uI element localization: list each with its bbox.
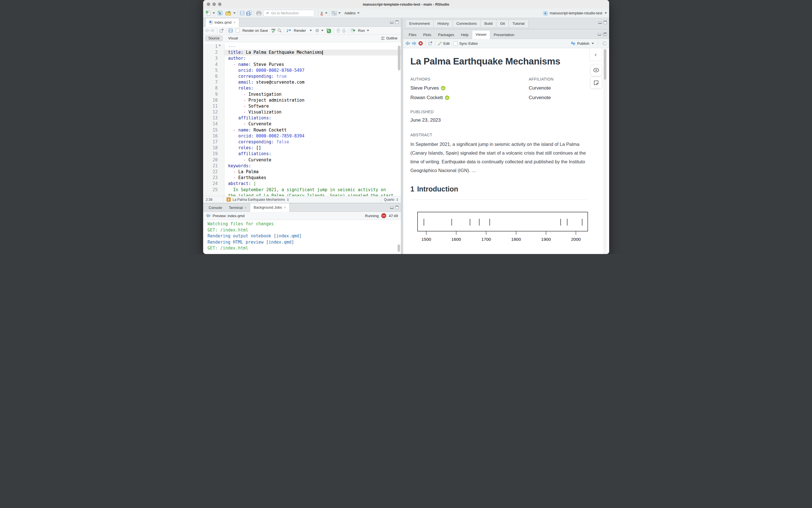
close-tab-icon[interactable]: × [245, 206, 247, 210]
code-line[interactable]: 2title: La Palma Earthquake Mechanisms [203, 50, 401, 55]
new-file-button[interactable] [205, 10, 215, 16]
sync-editor-checkbox[interactable] [453, 41, 457, 46]
refresh-icon[interactable] [602, 41, 607, 46]
annotations-button[interactable] [590, 77, 602, 89]
code-line[interactable]: 22 - La Palma [203, 169, 401, 175]
tab-console[interactable]: Console [205, 204, 226, 211]
code-line[interactable]: 10 - Project administration [203, 97, 401, 103]
zoom-window-button[interactable] [218, 3, 221, 6]
tab-environment[interactable]: Environment [405, 19, 434, 28]
tab-viewer[interactable]: Viewer [472, 30, 490, 39]
open-file-button[interactable] [226, 11, 236, 16]
project-caret[interactable] [605, 12, 607, 14]
clear-viewer-icon[interactable] [418, 41, 423, 46]
run-caret[interactable] [367, 30, 369, 31]
tab-git[interactable]: Git [496, 19, 509, 28]
go-up-icon[interactable] [336, 29, 340, 33]
spellcheck-icon[interactable]: ABC [271, 28, 276, 33]
tab-connections[interactable]: Connections [452, 19, 481, 28]
tab-tutorial[interactable]: Tutorial [509, 19, 529, 28]
stop-job-icon[interactable]: STOP [381, 213, 386, 218]
code-line[interactable]: 3author: [203, 55, 401, 61]
code-line[interactable]: 7 email: steve@curvenote.com [203, 79, 401, 85]
traffic-lights[interactable] [207, 3, 221, 6]
viewer-forward-icon[interactable] [412, 41, 416, 45]
tab-presentation[interactable]: Presentation [490, 31, 518, 39]
gear-icon[interactable]: ⚙ [315, 28, 319, 33]
publish-caret[interactable] [592, 43, 594, 44]
search-icon[interactable] [278, 29, 282, 33]
tab-plots[interactable]: Plots [420, 31, 435, 39]
run-button[interactable]: Run [351, 29, 369, 33]
code-line[interactable]: 1--- [203, 44, 401, 50]
save-button[interactable] [240, 11, 245, 15]
console-scrollbar[interactable] [398, 245, 400, 252]
tab-terminal[interactable]: Terminal× [226, 204, 250, 211]
code-line[interactable]: the island of La Palma (Canary Islands, … [203, 193, 401, 196]
render-on-save-toggle[interactable]: Render on Save [236, 29, 268, 33]
version-control-caret[interactable] [325, 12, 327, 14]
forward-icon[interactable] [210, 29, 215, 32]
popout-icon[interactable] [219, 29, 224, 33]
tab-visual-mode[interactable]: Visual [226, 36, 241, 41]
version-control-button[interactable]: ＋G [320, 11, 327, 15]
code-line[interactable]: 13 affiliations: [203, 115, 401, 121]
minimize-pane-icon[interactable] [598, 21, 602, 24]
new-file-caret[interactable] [213, 12, 215, 14]
viewer-scrollbar-thumb[interactable] [604, 49, 606, 80]
job-output[interactable]: Watching files for changesGET: /index.ht… [203, 220, 401, 254]
code-line[interactable]: 16 orcid: 0000-0002-7859-8394 [203, 133, 401, 139]
panes-layout-caret[interactable] [338, 12, 341, 14]
close-tab-icon[interactable]: × [233, 20, 235, 25]
minimize-pane-icon[interactable] [390, 206, 394, 209]
project-menu-button[interactable]: R manuscript-template-rstudio-test [543, 11, 607, 16]
code-line[interactable]: 8 roles: [203, 85, 401, 91]
tab-index-qmd[interactable]: index.qmd × [205, 18, 239, 27]
insert-chunk-icon[interactable]: C [326, 28, 331, 33]
code-line[interactable]: 17 corresponding: false [203, 139, 401, 145]
fold-arrow-icon[interactable] [219, 45, 221, 46]
code-line[interactable]: 20 - Curvenote [203, 157, 401, 163]
panes-layout-button[interactable] [332, 11, 341, 15]
minimize-pane-icon[interactable] [390, 20, 394, 24]
viewer-content[interactable]: La Palma Earthquake Mechanisms AUTHORSAF… [403, 48, 609, 254]
edit-button[interactable]: Edit [438, 41, 450, 46]
code-area[interactable]: 1---2title: La Palma Earthquake Mechanis… [203, 42, 401, 196]
tab-build[interactable]: Build [480, 19, 496, 28]
addins-button[interactable]: Addins [343, 11, 360, 15]
new-project-button[interactable]: R [217, 10, 223, 16]
orcid-icon[interactable]: iD [445, 95, 449, 100]
code-line[interactable]: 9 - Investigation [203, 91, 401, 97]
code-line[interactable]: 19 affiliations: [203, 151, 401, 157]
tab-help[interactable]: Help [457, 31, 472, 39]
tab-packages[interactable]: Packages [435, 31, 457, 39]
code-line[interactable]: 12 - Visualization [203, 109, 401, 115]
goto-file-input[interactable] [271, 11, 312, 15]
section-navigator[interactable]: # La Palma Earthquake Mechanisms [224, 196, 381, 203]
maximize-pane-icon[interactable] [604, 20, 607, 24]
tab-source-mode[interactable]: Source [205, 36, 223, 41]
tab-background-jobs[interactable]: Background Jobs× [250, 203, 289, 212]
render-caret[interactable] [310, 30, 312, 31]
close-tab-icon[interactable]: × [284, 206, 286, 210]
doc-format-selector[interactable]: Quarto [381, 196, 401, 203]
goto-file-search[interactable] [263, 10, 315, 16]
sync-editor-toggle[interactable]: Sync Editor [453, 41, 478, 46]
go-down-icon[interactable] [342, 29, 346, 33]
publish-button[interactable]: Publish [571, 41, 594, 46]
save-file-icon[interactable] [229, 29, 233, 33]
code-line[interactable]: 18 roles: [] [203, 145, 401, 151]
minimize-window-button[interactable] [212, 3, 216, 6]
maximize-pane-icon[interactable] [395, 20, 399, 24]
code-line[interactable]: 15 - name: Rowan Cockett [203, 127, 401, 133]
code-line[interactable]: 14 - Curvenote [203, 121, 401, 127]
back-icon[interactable] [205, 29, 209, 32]
orcid-icon[interactable]: iD [441, 86, 445, 90]
viewer-popout-icon[interactable] [428, 41, 433, 45]
code-line[interactable]: 25 In September 2021, a significant jump… [203, 187, 401, 193]
addins-caret[interactable] [357, 12, 360, 14]
minimize-pane-icon[interactable] [598, 33, 601, 36]
code-line[interactable]: 24abstract: | [203, 181, 401, 187]
render-on-save-checkbox[interactable] [236, 29, 240, 33]
viewer-back-icon[interactable] [405, 41, 410, 45]
